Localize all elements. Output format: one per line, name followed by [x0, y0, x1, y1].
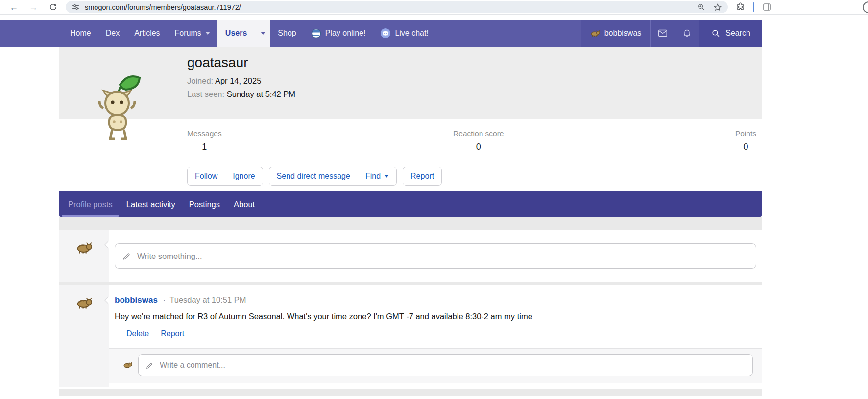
nav-item-home[interactable]: Home	[63, 20, 98, 47]
profile-actions: Follow Ignore Send direct message Find R…	[187, 167, 756, 186]
composer-avatar-column	[59, 230, 109, 282]
browser-back-icon[interactable]: ←	[7, 3, 21, 12]
tab-latest-activity[interactable]: Latest activity	[120, 191, 182, 217]
message-find-group: Send direct message Find	[269, 167, 397, 186]
chrome-gap	[0, 15, 868, 20]
send-direct-message-button[interactable]: Send direct message	[269, 167, 358, 185]
composer-main	[109, 230, 762, 282]
report-button[interactable]: Report	[403, 167, 441, 185]
nav-item-play-online[interactable]: Play online!	[304, 20, 373, 47]
nav-item-dex[interactable]: Dex	[98, 20, 127, 47]
stat-points: Points 0	[735, 129, 756, 152]
nav-item-forums[interactable]: Forums	[168, 20, 217, 47]
write-something-field[interactable]	[115, 243, 756, 269]
speech-notch	[105, 296, 109, 304]
post-avatar-column	[59, 285, 109, 387]
zoom-page-icon[interactable]	[697, 3, 705, 11]
ignore-button[interactable]: Ignore	[225, 167, 262, 185]
stats-divider	[187, 161, 756, 161]
extensions-area	[736, 2, 772, 12]
post-header: bobbiswas · Tuesday at 10:51 PM	[109, 285, 762, 305]
pinned-extension-icon[interactable]	[753, 2, 754, 12]
profile-tabbar: Profile posts Latest activity Postings A…	[59, 191, 762, 217]
browser-profile-avatar[interactable]	[863, 1, 868, 13]
find-dropdown-button[interactable]: Find	[358, 167, 396, 185]
chevron-down-icon	[384, 175, 389, 178]
tab-postings[interactable]: Postings	[182, 191, 227, 217]
profile-post-composer-card	[59, 230, 762, 282]
side-panel-icon[interactable]	[762, 2, 772, 12]
nav-item-shop[interactable]: Shop	[270, 20, 303, 47]
search-icon	[711, 29, 721, 38]
users-dropdown-toggle[interactable]	[255, 20, 270, 47]
pencil-icon	[122, 252, 131, 261]
tab-about[interactable]: About	[227, 191, 262, 217]
nav-item-users-active: Users	[217, 20, 270, 47]
address-bar[interactable]: smogon.com/forums/members/goatasaur.7119…	[66, 1, 728, 13]
account-menu[interactable]: bobbiswas	[581, 20, 651, 47]
write-something-input[interactable]	[136, 251, 749, 261]
post-main: bobbiswas · Tuesday at 10:51 PM Hey we'r…	[109, 285, 762, 387]
profile-username: goatasaur	[187, 55, 762, 70]
search-button[interactable]: Search	[699, 20, 762, 47]
chevron-down-icon	[205, 32, 210, 35]
stat-reaction-score: Reaction score 0	[453, 129, 504, 152]
nav-item-articles[interactable]: Articles	[127, 20, 167, 47]
profile-avatar[interactable]	[96, 72, 143, 144]
profile-header: goatasaur Joined: Apr 14, 2025 Last seen…	[59, 47, 762, 119]
write-comment-field[interactable]	[138, 354, 753, 376]
browser-reload-icon[interactable]	[46, 3, 60, 11]
site-navbar: Home Dex Articles Forums Users Shop Play…	[0, 20, 762, 47]
bookmark-star-icon[interactable]	[713, 3, 722, 12]
post-author-avatar[interactable]	[76, 297, 93, 309]
report-link[interactable]: Report	[161, 329, 184, 338]
extensions-puzzle-icon[interactable]	[736, 2, 745, 12]
dot-separator: ·	[163, 295, 166, 304]
last-seen-label: Last seen:	[187, 90, 224, 98]
navbar-right: bobbiswas Search	[581, 20, 762, 47]
nav-item-users[interactable]: Users	[217, 20, 255, 47]
post-timestamp[interactable]: Tuesday at 10:51 PM	[169, 295, 246, 304]
joined-value: Apr 14, 2025	[215, 76, 262, 85]
post-body-text: Hey we're matched for R3 of Autumn Seaso…	[109, 305, 762, 322]
next-section-edge	[59, 389, 762, 396]
pokemon-showdown-icon	[311, 28, 321, 39]
site-settings-icon[interactable]	[72, 3, 80, 11]
follow-ignore-group: Follow Ignore	[187, 167, 263, 186]
follow-button[interactable]: Follow	[188, 167, 225, 185]
browser-toolbar: ← → smogon.com/forums/members/goatasaur.…	[0, 0, 868, 15]
last-seen-value: Sunday at 5:42 PM	[227, 90, 295, 98]
navbar-left: Home Dex Articles Forums Users Shop Play…	[0, 20, 581, 47]
inbox-envelope-icon[interactable]	[650, 20, 675, 47]
section-gap	[59, 217, 762, 230]
chevron-down-icon	[261, 32, 265, 35]
section-gap	[59, 282, 762, 285]
url-text[interactable]: smogon.com/forums/members/goatasaur.7119…	[85, 3, 689, 11]
profile-post-card: bobbiswas · Tuesday at 10:51 PM Hey we'r…	[59, 285, 762, 387]
browser-forward-icon[interactable]: →	[26, 3, 40, 12]
user-avatar-tiny[interactable]	[123, 362, 132, 369]
last-seen-line: Last seen: Sunday at 5:42 PM	[187, 90, 762, 99]
discord-icon	[380, 28, 391, 39]
stat-messages: Messages 1	[187, 129, 222, 152]
report-group: Report	[403, 167, 442, 186]
speech-notch	[105, 241, 109, 249]
tab-profile-posts[interactable]: Profile posts	[61, 191, 120, 217]
post-actions: Delete Report	[126, 329, 756, 338]
stats-row: Messages 1 Reaction score 0 Points 0	[187, 129, 756, 152]
post-author-link[interactable]: bobbiswas	[115, 295, 158, 305]
joined-label: Joined:	[187, 76, 213, 85]
alerts-bell-icon[interactable]	[675, 20, 699, 47]
profile-stats: Messages 1 Reaction score 0 Points 0 Fol…	[59, 119, 762, 191]
delete-link[interactable]: Delete	[126, 329, 149, 338]
joined-line: Joined: Apr 14, 2025	[187, 76, 762, 86]
pencil-icon	[145, 361, 154, 370]
nav-item-live-chat[interactable]: Live chat!	[373, 20, 435, 47]
user-avatar-mini	[590, 30, 600, 37]
user-avatar-small[interactable]	[76, 242, 93, 254]
write-comment-input[interactable]	[159, 360, 746, 370]
page-content: goatasaur Joined: Apr 14, 2025 Last seen…	[59, 47, 762, 396]
comment-composer	[109, 348, 762, 383]
